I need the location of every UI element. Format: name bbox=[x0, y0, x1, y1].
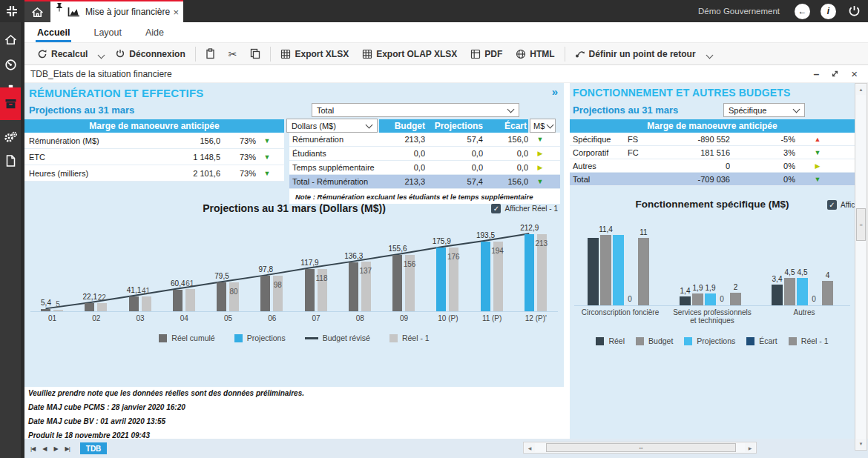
legend-label: Réel cumulé bbox=[171, 333, 214, 342]
trend-arrow-icon: ▼ bbox=[528, 178, 552, 185]
recalcul-button[interactable]: Recalcul bbox=[30, 45, 94, 63]
sidebar-item-settings[interactable] bbox=[0, 126, 21, 148]
bar-0 bbox=[772, 285, 783, 305]
back-button[interactable]: ← bbox=[795, 4, 810, 19]
user-label: Démo Gouvernement bbox=[698, 7, 780, 16]
trend-arrow-icon: ▶ bbox=[795, 162, 840, 170]
bar-value-label: 11 bbox=[631, 228, 657, 236]
power-button[interactable] bbox=[846, 4, 862, 19]
unit-select[interactable]: M$ bbox=[530, 119, 556, 133]
copy-button[interactable] bbox=[243, 45, 267, 63]
fonctionnement-panel: FONCTIONNEMENT ET AUTRES BUDGETS Project… bbox=[570, 83, 855, 439]
cut-button[interactable]: ✂ bbox=[222, 45, 244, 63]
sheet-tab-tdb[interactable]: TDB bbox=[80, 442, 108, 454]
sidebar-item-dashboard[interactable] bbox=[0, 53, 21, 76]
budget-row[interactable]: Total-709 0360%▼ bbox=[570, 173, 855, 186]
chart2-x-axis: Circonscription foncièreServices profess… bbox=[574, 308, 850, 325]
toolbar-separator bbox=[565, 47, 565, 62]
bar-reel-1 bbox=[53, 310, 63, 311]
sidebar-item-home[interactable] bbox=[0, 28, 21, 50]
afficher-reel-checkbox[interactable]: Afficher Réel - 1 bbox=[491, 204, 558, 213]
recalcul-dropdown[interactable] bbox=[94, 47, 108, 61]
x-tick-label: 01 bbox=[30, 314, 74, 325]
kpi-value: 1 148,5 bbox=[142, 153, 220, 162]
budget-label: Autres bbox=[570, 162, 628, 170]
info-button[interactable]: i bbox=[821, 4, 836, 19]
window-title: TDB_Etats de la situation financiere bbox=[30, 69, 813, 79]
trend-arrow-icon: ▼ bbox=[795, 176, 840, 183]
detail-row[interactable]: Total - Rémunération213,357,4156,0▼ bbox=[289, 175, 560, 189]
vertical-scrollbar[interactable]: ▲ ▼ ≡ bbox=[855, 83, 867, 451]
budget-pct: -5% bbox=[730, 135, 795, 144]
detail-projections: 0,0 bbox=[425, 163, 483, 172]
type-select[interactable]: Spécifique bbox=[723, 103, 805, 117]
minimize-button[interactable]: – bbox=[813, 68, 819, 80]
sidebar-item-reports[interactable] bbox=[0, 87, 21, 120]
x-tick-label: 03 bbox=[119, 314, 162, 325]
collapse-icon[interactable] bbox=[5, 4, 19, 18]
detail-ecart: 156,0 bbox=[483, 177, 528, 186]
vertical-scroll-thumb[interactable]: ≡ bbox=[856, 208, 866, 241]
expand-panel-button[interactable]: » bbox=[552, 85, 558, 98]
detail-row[interactable]: Étudiants0,00,00,0▶ bbox=[289, 147, 560, 161]
kpi-row[interactable]: Rémunération (M$)156,073%▼ bbox=[24, 133, 284, 149]
point-retour-dropdown[interactable] bbox=[703, 47, 717, 61]
sidebar-item-documents[interactable] bbox=[0, 150, 21, 172]
bar-0 bbox=[588, 238, 599, 305]
detail-label: Étudiants bbox=[289, 149, 379, 158]
legend-label: Projections bbox=[697, 336, 735, 345]
scroll-down-icon[interactable]: ▼ bbox=[856, 439, 866, 449]
budget-pct: 0% bbox=[730, 175, 795, 184]
budget-row[interactable]: CorporatifFC181 5163%▼ bbox=[570, 146, 855, 159]
budget-row[interactable]: Autres00%▶ bbox=[570, 159, 855, 173]
detail-label: Rémunération bbox=[289, 135, 379, 144]
remuneration-panel: RÉMUNÉRATION ET EFFECTIFS » Projections … bbox=[24, 83, 564, 387]
tab-accueil[interactable]: Accueil bbox=[36, 24, 71, 42]
last-sheet-button[interactable]: ▶| bbox=[65, 445, 70, 452]
prev-sheet-button[interactable]: ◀ bbox=[42, 445, 46, 452]
export-pdf-button[interactable]: PDF bbox=[464, 45, 509, 63]
home-icon bbox=[4, 34, 17, 45]
tab-aide[interactable]: Aide bbox=[144, 24, 165, 42]
document-tab[interactable]: Mise à jour financière × bbox=[50, 0, 183, 22]
export-xlsx-button[interactable]: Export XLSX bbox=[274, 45, 355, 63]
bar-value-label: 213 bbox=[527, 239, 556, 248]
detail-row[interactable]: Temps supplémentaire0,00,00,0▶ bbox=[289, 161, 560, 175]
point-retour-button[interactable]: Définir un point de retour bbox=[568, 45, 703, 63]
scroll-left-icon[interactable]: ◀ bbox=[525, 443, 535, 452]
first-sheet-button[interactable]: |◀ bbox=[30, 445, 35, 452]
kpi-row[interactable]: Heures (milliers)2 101,673%▼ bbox=[24, 165, 284, 182]
detail-ecart: 0,0 bbox=[483, 149, 528, 158]
paste-button[interactable] bbox=[199, 45, 222, 63]
afficher-reel-checkbox[interactable]: Afficher Ré bbox=[827, 200, 855, 210]
deconnexion-button[interactable]: Déconnexion bbox=[108, 45, 191, 63]
next-sheet-button[interactable]: ▶ bbox=[53, 445, 57, 452]
close-tab-icon[interactable]: × bbox=[173, 7, 179, 17]
scroll-right-icon[interactable]: ▶ bbox=[745, 443, 755, 452]
legend-item: Budget révisé bbox=[305, 333, 370, 342]
close-window-button[interactable]: × bbox=[851, 67, 858, 80]
x-category-label: Services professionnels et techniques bbox=[666, 308, 758, 325]
legend-swatch bbox=[789, 337, 797, 345]
scroll-up-icon[interactable]: ▲ bbox=[856, 84, 866, 95]
export-html-button[interactable]: HTML bbox=[509, 45, 561, 63]
export-olap-xlsx-button[interactable]: Export OLAP XLSX bbox=[355, 45, 464, 63]
dollars-select[interactable]: Dollars (M$) bbox=[286, 119, 378, 133]
bar-1 bbox=[600, 235, 611, 305]
tab-layout[interactable]: Layout bbox=[92, 24, 123, 42]
horizontal-scrollbar[interactable]: ◀ ▶ ▪▪ bbox=[523, 442, 757, 454]
legend-item: Projections bbox=[234, 333, 286, 342]
kpi-row[interactable]: ETC1 148,573%▼ bbox=[24, 149, 284, 165]
budget-row[interactable]: SpécifiqueFS-890 552-5%▲ bbox=[570, 133, 855, 146]
bar-value-label: 4,5 bbox=[789, 268, 815, 276]
detail-budget: 0,0 bbox=[379, 163, 425, 172]
horizontal-scroll-thumb[interactable]: ▪▪ bbox=[546, 443, 736, 452]
chart-tab-icon bbox=[67, 7, 81, 18]
detail-row[interactable]: Rémunération213,357,4156,0▼ bbox=[289, 133, 560, 147]
legend-item: Réel cumulé bbox=[159, 333, 214, 342]
column-headers: Budget Projections Écart bbox=[379, 119, 528, 133]
total-select[interactable]: Total bbox=[312, 103, 519, 117]
home-tab[interactable] bbox=[24, 0, 50, 22]
kpi-value: 156,0 bbox=[142, 136, 220, 145]
restore-button[interactable] bbox=[831, 70, 839, 78]
